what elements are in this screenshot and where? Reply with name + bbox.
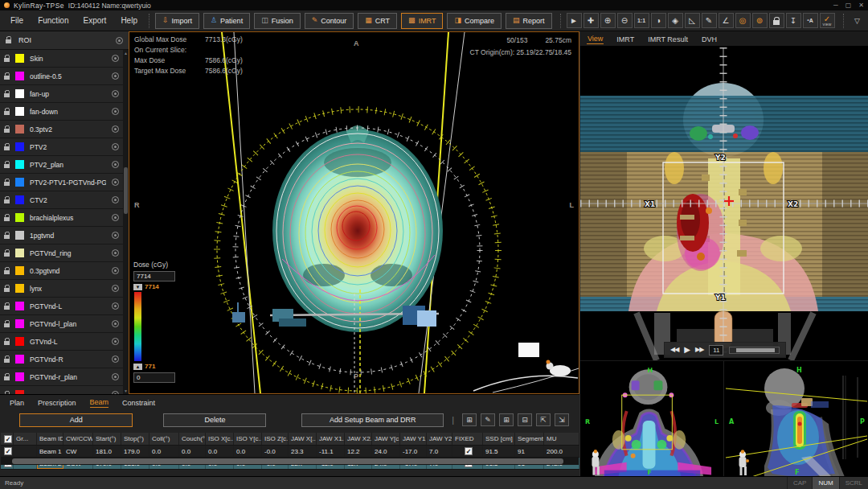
select-all-checkbox[interactable]: ✓ [4, 435, 12, 443]
toolbar-button-crt[interactable]: ▦CRT [358, 13, 397, 29]
eye-icon[interactable] [112, 90, 119, 97]
roi-item[interactable]: PTV2 [0, 138, 123, 156]
lock-icon[interactable] [4, 235, 10, 239]
add-setup-beam-drr-button[interactable]: Add Setup Beam and DRR [301, 413, 444, 427]
axial-viewport[interactable]: Global Max Dose7713.3(cGy) On Current Sl… [129, 31, 579, 394]
dose-upper-marker-icon[interactable]: ▼ [133, 284, 142, 290]
zoom-in-tool-icon[interactable]: ⊕ [600, 13, 616, 28]
delete-beam-button[interactable]: Delete [163, 413, 266, 427]
menu-file[interactable]: File [3, 10, 31, 31]
roi-item[interactable]: outline-0.5 [0, 68, 123, 85]
roi-color-swatch[interactable] [15, 72, 24, 80]
eye-icon[interactable] [112, 302, 119, 310]
eye-icon[interactable] [112, 108, 119, 115]
table-tool-button-1[interactable]: ⊞ [499, 413, 514, 426]
tab-imrt[interactable]: IMRT [616, 35, 635, 44]
lock-icon[interactable] [4, 306, 10, 310]
roi-color-swatch[interactable] [15, 249, 24, 257]
save-view-tool-icon[interactable]: ↧ [786, 13, 801, 28]
eye-icon[interactable] [112, 55, 119, 62]
eye-icon[interactable] [112, 373, 119, 380]
roi-color-swatch[interactable] [15, 213, 24, 222]
roi-color-swatch[interactable] [15, 231, 24, 240]
roi-item[interactable]: 1pgtvnd [0, 227, 123, 244]
view-tool-icon[interactable]: ✓VIEW [820, 13, 835, 28]
roi-item[interactable]: Skin [0, 50, 123, 68]
scroll-up-icon[interactable]: ▲ [123, 51, 129, 55]
lock-icon[interactable] [4, 146, 10, 150]
lock-icon[interactable] [4, 288, 10, 292]
toolbar-button-report[interactable]: ▤Report [506, 13, 552, 29]
roi-item[interactable]: brachialplexus [0, 209, 123, 227]
maximize-button[interactable]: ▢ [845, 2, 852, 9]
table-horizontal-scrollbar[interactable] [1, 458, 579, 465]
dose-min-input[interactable]: 0 [133, 372, 175, 383]
dose-max-input[interactable]: 7714 [133, 271, 175, 281]
collimator-tool-icon[interactable]: ⊚ [752, 13, 768, 28]
playback-slider[interactable] [729, 347, 780, 354]
measure-tool-icon[interactable]: ✎ [702, 13, 717, 28]
step-backward-button[interactable]: ◀◀ [670, 347, 678, 353]
menu-export[interactable]: Export [76, 10, 113, 31]
minimize-button[interactable]: ─ [833, 2, 838, 9]
roi-scroll-thumb[interactable] [124, 167, 128, 214]
roi-item[interactable]: PGTVnd-L [0, 298, 123, 315]
table-tool-button-4[interactable]: ⇲ [555, 413, 569, 426]
tab-dvh[interactable]: DVH [701, 35, 718, 44]
lock-tool-icon[interactable] [769, 13, 784, 28]
fixed-checkbox[interactable]: ✓ [465, 447, 473, 455]
lock-icon[interactable] [4, 93, 10, 97]
lock-icon[interactable] [6, 39, 11, 43]
tab-view[interactable]: View [587, 35, 604, 44]
toolbar-overflow-icon[interactable]: ▽ [854, 17, 860, 25]
window-level-tool-icon[interactable]: ◑ [651, 13, 666, 28]
lock-icon[interactable] [4, 111, 10, 115]
roi-item[interactable]: fan-up [0, 85, 123, 103]
roi-color-swatch[interactable] [15, 372, 24, 381]
menu-help[interactable]: Help [113, 10, 145, 31]
roi-color-swatch[interactable] [15, 266, 24, 275]
roi-item[interactable]: 0.3pgtvnd [0, 262, 123, 280]
lock-icon[interactable] [4, 270, 10, 274]
roi-item[interactable]: PGTVnd-R [0, 351, 123, 368]
table-row[interactable]: ✓Beam 1CW181.0179.00.00.00.00.0-0.023.3-… [1, 446, 579, 458]
roi-color-swatch[interactable] [15, 54, 24, 63]
roi-color-swatch[interactable] [15, 355, 24, 364]
roi-item[interactable]: PGTVnd_ring [0, 244, 123, 262]
lock-icon[interactable] [4, 182, 10, 186]
roi-color-swatch[interactable] [15, 107, 24, 116]
lock-icon[interactable] [4, 217, 10, 221]
lock-icon[interactable] [4, 376, 10, 380]
sagittal-subview[interactable]: A P H F [724, 361, 868, 477]
eye-icon[interactable] [116, 37, 123, 44]
roi-color-swatch[interactable] [15, 142, 24, 151]
point-profile-tool-icon[interactable]: ◺ [685, 13, 700, 28]
toolbar-button-fusion[interactable]: ◫Fusion [254, 13, 301, 29]
toolbar-button-import[interactable]: ⇩Import [155, 13, 199, 29]
menu-function[interactable]: Function [31, 10, 76, 31]
eye-icon[interactable] [112, 72, 119, 80]
eye-icon[interactable] [112, 285, 119, 292]
row-checkbox[interactable]: ✓ [4, 447, 12, 455]
eye-icon[interactable] [112, 125, 119, 133]
eye-icon[interactable] [112, 196, 119, 203]
lock-icon[interactable] [4, 129, 10, 133]
eye-icon[interactable] [112, 249, 119, 257]
lock-icon[interactable] [4, 341, 10, 345]
roi-item[interactable]: CTV2 [0, 191, 123, 209]
tab-prescription[interactable]: Prescription [38, 399, 76, 408]
eye-icon[interactable] [112, 338, 119, 345]
table-scroll-thumb[interactable] [12, 458, 563, 464]
table-tool-button-3[interactable]: ⇱ [536, 413, 551, 426]
dose-lower-marker-icon[interactable]: ▲ [133, 364, 142, 370]
lock-icon[interactable] [4, 76, 10, 80]
add-beam-button[interactable]: Add [19, 413, 133, 427]
close-button[interactable]: ✕ [858, 2, 864, 9]
roi-color-swatch[interactable] [15, 284, 24, 293]
playback-slider-thumb[interactable] [736, 348, 774, 352]
copy-beam-button[interactable]: ⊞ [462, 413, 477, 426]
roi-color-swatch[interactable] [15, 125, 24, 134]
roi-item[interactable]: lynx [0, 280, 123, 298]
lock-icon[interactable] [4, 253, 10, 257]
pan-tool-icon[interactable]: ✚ [583, 13, 599, 28]
